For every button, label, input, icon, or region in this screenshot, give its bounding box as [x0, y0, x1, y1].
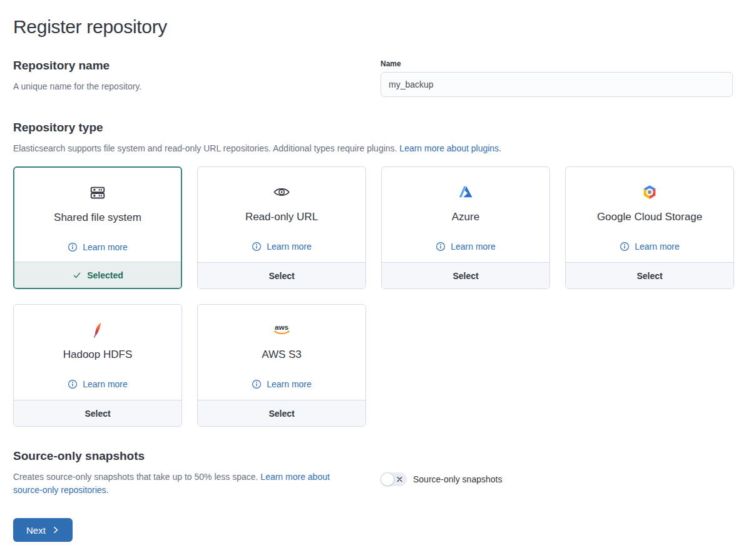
card-shared-file-system[interactable]: Shared file system Learn more: [13, 166, 182, 289]
card-footer-select[interactable]: Select: [198, 400, 365, 426]
card-footer-selected[interactable]: Selected: [14, 262, 181, 288]
repository-name-input[interactable]: [381, 72, 733, 97]
card-azure[interactable]: Azure Learn more Select: [381, 166, 550, 289]
card-title: Azure: [452, 211, 479, 223]
storage-icon: [88, 182, 107, 203]
card-body: Google Cloud Storage Learn more: [566, 167, 733, 262]
card-footer-label: Select: [84, 409, 110, 419]
eye-icon: [272, 181, 291, 203]
source-only-heading: Source-only snapshots: [13, 449, 365, 463]
source-only-toggle-label: Source-only snapshots: [413, 474, 502, 484]
repository-type-heading: Repository type: [13, 121, 733, 135]
card-footer-label: Select: [636, 271, 662, 281]
card-title: Shared file system: [54, 211, 141, 224]
azure-logo-icon: [456, 181, 475, 203]
repository-name-section: Repository name A unique name for the re…: [13, 59, 733, 97]
info-icon: [68, 242, 78, 252]
next-button-label: Next: [26, 525, 46, 536]
card-body: Shared file system Learn more: [14, 168, 181, 262]
info-icon: [252, 379, 262, 389]
learn-more-label: Learn more: [83, 379, 128, 389]
info-icon: [620, 242, 630, 252]
card-title: Google Cloud Storage: [597, 211, 702, 223]
repository-name-description-column: Repository name A unique name for the re…: [13, 59, 365, 97]
card-footer-label: Selected: [87, 270, 123, 280]
source-only-toggle-column: Source-only snapshots: [381, 449, 733, 497]
repository-type-description-text: Elasticsearch supports file system and r…: [13, 143, 399, 153]
learn-more-link[interactable]: Learn more: [436, 242, 496, 252]
card-aws-s3[interactable]: aws AWS S3: [197, 304, 366, 427]
apache-feather-icon: [88, 319, 107, 340]
next-button[interactable]: Next: [13, 518, 73, 542]
source-only-toggle-row: Source-only snapshots: [381, 472, 733, 486]
card-body: Read-only URL Learn more: [198, 167, 365, 262]
toggle-thumb: [381, 472, 394, 486]
google-cloud-logo-icon: [640, 181, 659, 203]
learn-more-link[interactable]: Learn more: [68, 242, 128, 252]
learn-more-about-plugins-link[interactable]: Learn more about plugins.: [399, 143, 501, 153]
card-body: Hadoop HDFS Learn more: [14, 305, 181, 400]
learn-more-link[interactable]: Learn more: [252, 242, 312, 252]
card-footer-select[interactable]: Select: [198, 262, 365, 288]
card-body: aws AWS S3: [198, 305, 365, 400]
repository-type-section: Repository type Elasticsearch supports f…: [13, 121, 733, 427]
aws-logo-icon: aws: [270, 319, 293, 340]
repository-type-cards: Shared file system Learn more: [13, 166, 733, 427]
info-icon: [436, 242, 446, 252]
card-footer-select[interactable]: Select: [14, 400, 181, 426]
card-read-only-url[interactable]: Read-only URL Learn more Select: [197, 166, 366, 289]
repository-name-heading: Repository name: [13, 59, 365, 73]
source-only-description: Creates source-only snapshots that take …: [13, 471, 349, 497]
repository-name-description: A unique name for the repository.: [13, 80, 354, 93]
source-only-toggle[interactable]: [381, 472, 407, 486]
card-footer-label: Select: [268, 409, 294, 419]
learn-more-link[interactable]: Learn more: [252, 379, 312, 389]
register-repository-page: Register repository Repository name A un…: [0, 0, 746, 542]
card-body: Azure Learn more: [382, 167, 549, 262]
learn-more-label: Learn more: [635, 242, 680, 252]
card-hadoop-hdfs[interactable]: Hadoop HDFS Learn more Select: [13, 304, 182, 427]
card-title: AWS S3: [262, 349, 302, 361]
learn-more-link[interactable]: Learn more: [620, 242, 680, 252]
name-field-label: Name: [381, 59, 733, 68]
source-only-section: Source-only snapshots Creates source-onl…: [13, 449, 733, 497]
cross-icon: [396, 476, 403, 483]
chevron-right-icon: [52, 526, 59, 534]
card-footer-select[interactable]: Select: [382, 262, 549, 288]
learn-more-link[interactable]: Learn more: [68, 379, 128, 389]
card-title: Hadoop HDFS: [63, 349, 133, 361]
source-only-description-column: Source-only snapshots Creates source-onl…: [13, 449, 365, 497]
check-icon: [72, 270, 82, 280]
card-footer-label: Select: [268, 271, 294, 281]
card-footer-select[interactable]: Select: [566, 262, 733, 288]
info-icon: [252, 242, 262, 252]
learn-more-label: Learn more: [267, 242, 312, 252]
repository-type-description: Elasticsearch supports file system and r…: [13, 142, 702, 155]
learn-more-label: Learn more: [267, 379, 312, 389]
learn-more-label: Learn more: [451, 242, 496, 252]
source-only-description-text: Creates source-only snapshots that take …: [13, 472, 260, 482]
card-title: Read-only URL: [245, 211, 318, 223]
card-google-cloud-storage[interactable]: Google Cloud Storage Learn more: [565, 166, 734, 289]
svg-text:aws: aws: [275, 322, 289, 330]
page-title: Register repository: [13, 16, 733, 38]
card-footer-label: Select: [452, 271, 478, 281]
repository-name-form-column: Name: [381, 59, 733, 97]
info-icon: [68, 379, 78, 389]
learn-more-label: Learn more: [83, 242, 128, 252]
